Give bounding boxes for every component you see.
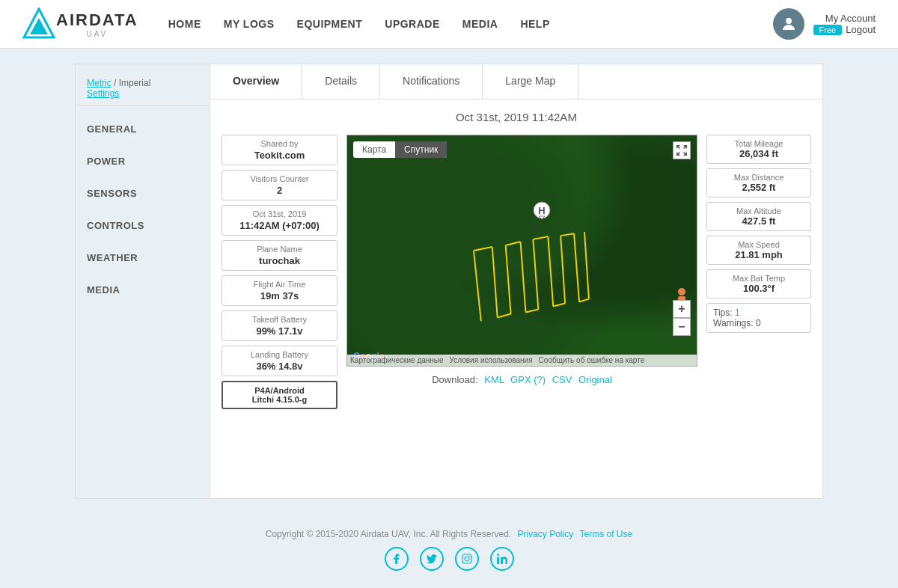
sidebar-item-general[interactable]: GENERAL (76, 113, 210, 145)
warnings-value: 0 (756, 318, 761, 328)
max-distance-value: 2,552 ft (713, 182, 804, 193)
content-body: Oct 31st, 2019 11:42AM Shared by Teokit.… (210, 99, 822, 420)
warnings-label: Warnings: (713, 318, 754, 328)
twitter-icon[interactable] (420, 547, 444, 571)
svg-line-9 (521, 242, 526, 312)
account-info: My Account Free Logout (813, 13, 876, 35)
privacy-link[interactable]: Privacy Policy (517, 529, 573, 539)
warnings-row: Warnings: 0 (713, 318, 804, 328)
logo[interactable]: AIRDATA UAV (22, 7, 138, 41)
max-distance-card: Max Distance 2,552 ft (706, 168, 811, 197)
overview-grid: Shared by Teokit.com Visitors Counter 2 … (222, 135, 811, 409)
tab-notifications[interactable]: Notifications (380, 64, 483, 99)
breadcrumb-imperial: Imperial (119, 78, 151, 88)
sidebar-item-media[interactable]: MEDIA (76, 274, 210, 306)
footer: Copyright © 2015-2020 Airdata UAV, Inc. … (0, 514, 898, 586)
home-marker: H (533, 201, 551, 222)
nav-mylogs[interactable]: MY LOGS (224, 18, 275, 30)
svg-text:H: H (538, 205, 545, 216)
logout-link[interactable]: Logout (846, 24, 876, 35)
shared-by-label: Shared by (230, 139, 329, 148)
flight-time-label: Flight Air Time (230, 280, 329, 289)
map-tab-satellite[interactable]: Спутник (395, 141, 447, 158)
shared-by-card: Shared by Teokit.com (222, 135, 337, 165)
svg-point-31 (497, 554, 499, 556)
credits-3[interactable]: Сообщить об ошибке на карте (539, 356, 645, 364)
shared-by-value: Teokit.com (230, 150, 329, 161)
visitors-card: Visitors Counter 2 (222, 170, 337, 200)
svg-rect-27 (462, 554, 471, 563)
sidebar-item-controls[interactable]: CONTROLS (76, 209, 210, 242)
breadcrumb: Metric / Imperial Settings (76, 72, 210, 105)
breadcrumb-settings[interactable]: Settings (87, 88, 119, 99)
terms-link[interactable]: Terms of Use (580, 529, 633, 539)
zoom-out-button[interactable]: − (673, 318, 691, 336)
nav-equipment[interactable]: EQUIPMENT (297, 18, 363, 30)
tab-large-map[interactable]: Large Map (483, 64, 578, 99)
tab-overview[interactable]: Overview (210, 64, 302, 99)
footer-copyright: Copyright © 2015-2020 Airdata UAV, Inc. … (15, 529, 883, 539)
download-kml[interactable]: KML (484, 374, 504, 385)
svg-line-14 (553, 304, 565, 307)
svg-point-23 (678, 288, 685, 295)
nav-help[interactable]: HELP (520, 18, 549, 30)
main-nav: HOME MY LOGS EQUIPMENT UPGRADE MEDIA HEL… (168, 18, 773, 30)
total-mileage-value: 26,034 ft (713, 148, 804, 159)
sidebar-item-sensors[interactable]: SENSORS (76, 177, 210, 209)
header: AIRDATA UAV HOME MY LOGS EQUIPMENT UPGRA… (0, 0, 898, 49)
sidebar: Metric / Imperial Settings GENERAL POWER… (76, 64, 210, 498)
download-original[interactable]: Original (578, 374, 612, 385)
takeoff-battery-value: 99% 17.1v (230, 325, 329, 337)
svg-line-7 (506, 245, 511, 313)
download-csv[interactable]: CSV (552, 374, 572, 385)
visitors-value: 2 (230, 185, 329, 196)
credits-2[interactable]: Условия использования (450, 356, 533, 364)
map-area: Карта Спутник (346, 135, 697, 409)
svg-line-4 (474, 247, 492, 251)
download-gpx[interactable]: GPX (?) (510, 374, 546, 385)
svg-line-8 (506, 242, 521, 245)
map-credits: Картографические данные Условия использо… (347, 355, 697, 366)
total-mileage-label: Total Mileage (713, 139, 804, 148)
logo-sub: UAV (56, 30, 138, 38)
map-tab-karta[interactable]: Карта (353, 141, 395, 158)
plane-name-label: Plane Name (230, 245, 329, 254)
max-altitude-label: Max Altitude (713, 206, 804, 215)
max-speed-card: Max Speed 21.81 mph (706, 236, 811, 265)
nav-home[interactable]: HOME (168, 18, 201, 30)
nav-media[interactable]: MEDIA (462, 18, 498, 30)
sidebar-item-weather[interactable]: WEATHER (76, 242, 210, 274)
svg-line-17 (574, 233, 579, 301)
svg-line-19 (584, 232, 589, 298)
nav-upgrade[interactable]: UPGRADE (385, 18, 440, 30)
svg-line-6 (498, 313, 511, 317)
download-row: Download: KML GPX (?) CSV Original (346, 367, 697, 389)
map-container[interactable]: Карта Спутник (346, 135, 697, 367)
tips-value[interactable]: 1 (735, 307, 740, 318)
account-badges: Free Logout (813, 24, 876, 35)
account-name: My Account (813, 13, 876, 24)
sidebar-item-power[interactable]: POWER (76, 145, 210, 177)
breadcrumb-metric[interactable]: Metric (87, 78, 112, 88)
tab-details[interactable]: Details (302, 64, 380, 99)
landing-battery-value: 36% 14.8v (230, 361, 329, 372)
credits-1[interactable]: Картографические данные (350, 356, 444, 364)
svg-line-11 (533, 239, 538, 309)
svg-point-28 (465, 557, 469, 561)
tabs: Overview Details Notifications Large Map (210, 64, 822, 99)
free-badge: Free (813, 25, 843, 35)
max-bat-temp-card: Max Bat Temp 100.3°f (706, 269, 811, 298)
svg-line-18 (579, 299, 589, 302)
max-altitude-card: Max Altitude 427.5 ft (706, 202, 811, 231)
zoom-in-button[interactable]: + (673, 300, 691, 318)
svg-line-12 (533, 236, 548, 239)
instagram-icon[interactable] (455, 547, 479, 571)
linkedin-icon[interactable] (490, 547, 514, 571)
avatar[interactable] (773, 8, 804, 40)
map-expand-button[interactable] (673, 141, 691, 159)
device-value: P4A/Android Litchi 4.15.0-g (230, 386, 329, 404)
facebook-icon[interactable] (385, 547, 409, 571)
svg-line-13 (548, 236, 553, 306)
flight-time-card: Flight Air Time 19m 37s (222, 275, 337, 306)
info-cards: Shared by Teokit.com Visitors Counter 2 … (222, 135, 337, 409)
